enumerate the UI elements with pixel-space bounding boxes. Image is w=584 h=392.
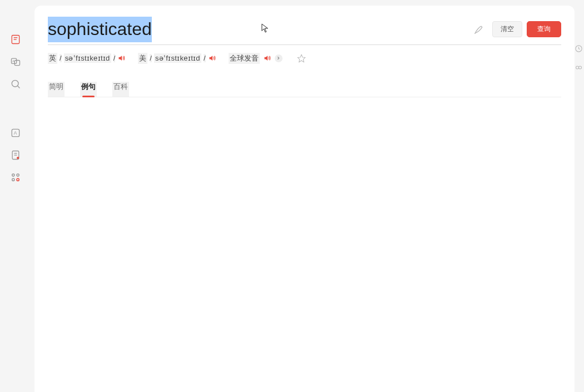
us-speaker-icon[interactable] [208, 54, 216, 62]
global-label: 全球发音 [229, 53, 260, 64]
sidebar-item-reader[interactable]: A [9, 127, 22, 139]
sidebar-item-search[interactable] [9, 78, 22, 90]
svg-point-13 [17, 157, 19, 159]
history-icon[interactable] [575, 44, 583, 53]
svg-point-16 [12, 178, 14, 181]
sidebar-item-translate[interactable]: A [9, 56, 22, 68]
right-rail [575, 0, 584, 392]
sidebar-item-apps[interactable] [9, 171, 22, 183]
uk-speaker-icon[interactable] [117, 54, 126, 62]
main-panel: sophisticated 清空 查询 英 /səˈfɪstɪkeɪtɪd/ 美… [34, 6, 575, 392]
svg-point-14 [12, 174, 14, 176]
global-pronunciation: 全球发音 [229, 53, 283, 64]
svg-text:A: A [13, 130, 17, 136]
us-phonetic: 美 /səˈfɪstɪkeɪtɪd/ [138, 53, 216, 64]
svg-text:A: A [12, 59, 14, 63]
tab-examples[interactable]: 例句 [80, 82, 97, 97]
uk-ipa: səˈfɪstɪkeɪtɪd [64, 53, 111, 63]
svg-point-6 [12, 80, 18, 87]
svg-line-7 [17, 86, 19, 88]
favorite-star-icon[interactable] [297, 54, 306, 63]
svg-point-21 [579, 66, 582, 69]
us-label: 美 [138, 53, 147, 64]
tab-concise[interactable]: 简明 [48, 82, 65, 97]
uk-phonetic: 英 /səˈfɪstɪkeɪtɪd/ [48, 53, 126, 64]
search-input[interactable]: sophisticated [48, 17, 473, 42]
sidebar-item-dictionary[interactable] [9, 33, 22, 46]
us-ipa: səˈfɪstɪkeɪtɪd [154, 53, 201, 63]
svg-marker-18 [298, 54, 305, 62]
phonetic-row: 英 /səˈfɪstɪkeɪtɪd/ 美 /səˈfɪstɪkeɪtɪd/ 全球… [48, 53, 561, 64]
left-sidebar: A A [0, 0, 31, 392]
clear-button[interactable]: 清空 [492, 21, 522, 37]
uk-label: 英 [48, 53, 57, 64]
svg-point-20 [576, 66, 579, 69]
tab-encyclopedia[interactable]: 百科 [112, 82, 129, 97]
svg-rect-4 [14, 61, 19, 66]
query-button[interactable]: 查询 [527, 21, 561, 37]
handwriting-icon[interactable] [473, 24, 484, 35]
sidebar-item-note[interactable] [9, 149, 22, 161]
global-speaker-icon[interactable] [263, 54, 271, 62]
svg-point-15 [17, 174, 19, 176]
link-icon[interactable] [575, 63, 583, 72]
svg-point-17 [17, 178, 19, 181]
tabs-row: 简明 例句 百科 [48, 82, 561, 97]
search-word-selected[interactable]: sophisticated [48, 17, 152, 42]
global-expand-icon[interactable] [275, 54, 283, 62]
search-row: sophisticated 清空 查询 [48, 17, 561, 45]
